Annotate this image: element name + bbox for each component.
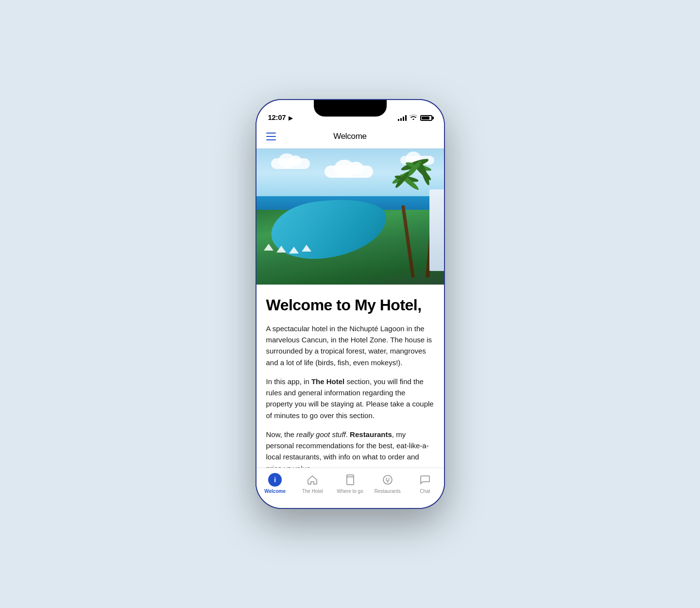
tab-chat[interactable]: Chat [406,473,444,494]
chat-tab-label: Chat [420,489,430,494]
hotel-tab-icon [306,473,319,487]
text-content[interactable]: Welcome to My Hotel, A spectacular hotel… [256,285,444,468]
hero-image [256,149,444,285]
wifi-icon [410,114,417,121]
signal-icon [398,115,407,121]
svg-rect-0 [347,475,354,485]
tab-where-to-go[interactable]: Where to go [331,473,369,494]
fork-knife-icon [382,474,393,486]
tab-bar: i Welcome The Hotel [256,468,444,508]
welcome-tab-icon: i [268,473,282,487]
phone-screen: 12:07 ▶ [256,100,444,508]
phone-device: 12:07 ▶ [256,99,445,509]
content-area: Welcome to My Hotel, A spectacular hotel… [256,149,444,508]
restaurants-tab-icon [381,473,394,487]
chat-bubble-icon [419,474,431,486]
house-icon [307,474,318,486]
bookmark-icon [344,474,356,486]
nav-bar: Welcome [256,124,444,149]
para-1: A spectacular hotel in the Nichupté Lago… [266,323,434,368]
restaurants-tab-label: Restaurants [375,489,401,494]
info-circle-icon: i [268,473,282,487]
where-tab-label: Where to go [337,489,363,494]
location-arrow-icon: ▶ [289,115,292,121]
svg-point-2 [383,475,392,484]
status-icons [398,114,432,121]
para-2: In this app, in The Hotel section, you w… [266,376,434,421]
where-tab-icon [343,473,357,487]
tab-the-hotel[interactable]: The Hotel [294,473,331,494]
chat-tab-icon [418,473,432,487]
phone-frame: 12:07 ▶ [256,99,445,509]
phone-notch [314,100,387,117]
welcome-tab-label: Welcome [264,489,286,494]
hamburger-button[interactable] [264,131,278,142]
tab-welcome[interactable]: i Welcome [256,473,294,494]
welcome-title: Welcome to My Hotel, [266,296,434,314]
nav-title: Welcome [333,132,366,141]
battery-icon [420,115,432,121]
hotel-tab-label: The Hotel [302,489,323,494]
tab-restaurants[interactable]: Restaurants [369,473,406,494]
status-time: 12:07 ▶ [268,113,292,121]
para-3: Now, the really goot stuff. Restaurants,… [266,429,434,468]
